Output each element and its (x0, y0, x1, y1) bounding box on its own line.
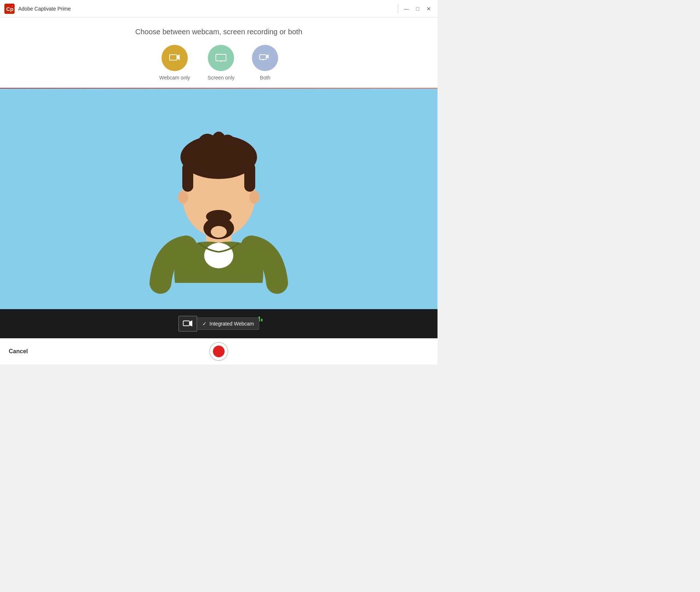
svg-rect-9 (260, 55, 266, 59)
record-button-container (209, 342, 228, 361)
titlebar-divider (398, 4, 398, 13)
choose-title: Choose between webcam, screen recording … (135, 28, 302, 36)
titlebar-controls: — □ ✕ (402, 5, 433, 12)
svg-marker-5 (177, 54, 180, 60)
webcam-dropdown[interactable]: ✓ Integrated Webcam (197, 318, 260, 330)
webcam-only-option[interactable]: Webcam only (159, 45, 190, 81)
avatar-illustration (142, 104, 295, 294)
svg-rect-6 (216, 54, 226, 61)
screen-only-label: Screen only (207, 75, 234, 81)
svg-point-21 (178, 191, 188, 204)
titlebar: Cp Adobe Captivate Prime — □ ✕ (0, 0, 438, 17)
main-content: Choose between webcam, screen recording … (0, 17, 438, 338)
svg-rect-4 (170, 55, 177, 60)
screen-only-option[interactable]: Screen only (207, 45, 234, 81)
webcam-preview (0, 89, 438, 309)
avatar-container (0, 89, 438, 309)
maximize-button[interactable]: □ (414, 5, 421, 12)
svg-marker-10 (266, 54, 269, 59)
webcam-device-name: Integrated Webcam (210, 321, 254, 327)
choose-section: Choose between webcam, screen recording … (0, 17, 438, 88)
app-title: Adobe Captivate Prime (18, 6, 398, 12)
screen-only-icon-circle (208, 45, 234, 71)
camera-icon (183, 319, 193, 328)
both-label: Both (260, 75, 271, 81)
recording-options: Webcam only Screen only (159, 45, 279, 81)
svg-point-18 (210, 132, 228, 164)
footer: Cancel (0, 338, 438, 365)
webcam-selector[interactable]: ✓ Integrated Webcam (178, 316, 260, 332)
screen-icon (214, 51, 228, 65)
webcam-icon (168, 51, 181, 65)
svg-marker-28 (189, 320, 192, 327)
svg-point-26 (204, 243, 233, 268)
cancel-button[interactable]: Cancel (9, 348, 28, 355)
webcam-icon-button[interactable] (178, 316, 197, 332)
svg-point-22 (249, 191, 260, 204)
audio-bar-4 (261, 319, 262, 322)
app-logo-icon: Cp (4, 4, 15, 14)
record-dot-icon (213, 346, 225, 357)
svg-rect-20 (244, 163, 255, 192)
bottom-strip: ✓ Integrated Webcam (0, 309, 438, 338)
webcam-only-label: Webcam only (159, 75, 190, 81)
svg-point-3 (11, 5, 13, 7)
both-icon (258, 51, 272, 65)
close-button[interactable]: ✕ (424, 5, 433, 12)
checkmark-icon: ✓ (202, 321, 207, 327)
both-option[interactable]: Both (252, 45, 278, 81)
svg-point-25 (211, 226, 227, 238)
both-icon-circle (252, 45, 278, 71)
record-button[interactable] (209, 342, 228, 361)
webcam-only-icon-circle (162, 45, 188, 71)
svg-rect-27 (183, 321, 189, 326)
svg-point-24 (206, 210, 232, 223)
svg-rect-19 (182, 163, 193, 192)
minimize-button[interactable]: — (402, 5, 411, 12)
